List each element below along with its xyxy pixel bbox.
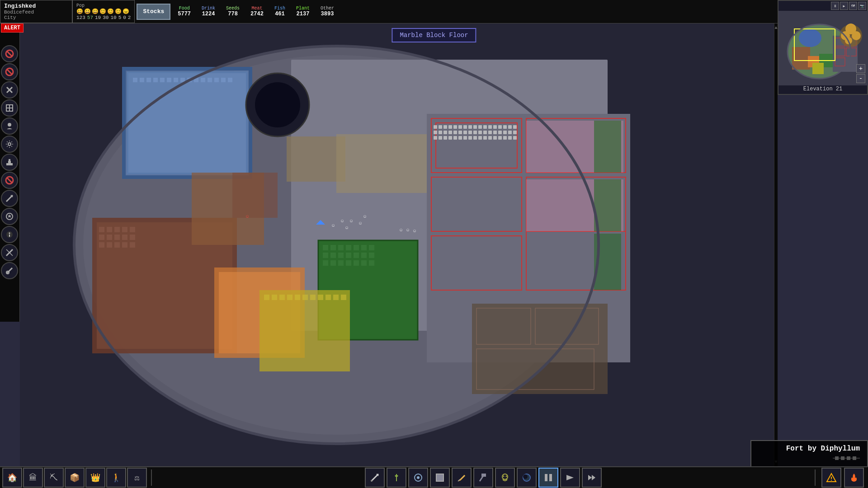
minimap-btn-pause[interactable]: ⏸ [831, 2, 839, 10]
pop-val-8: 2 [128, 15, 131, 20]
svg-rect-33 [107, 235, 112, 240]
sidebar-icon-3[interactable] [1, 99, 18, 117]
svg-rect-126 [463, 136, 467, 140]
toolbar-build-btn[interactable] [473, 468, 493, 488]
sidebar-icon-4[interactable] [1, 117, 18, 135]
toolbar-more-btn[interactable] [560, 468, 580, 488]
svg-rect-5 [128, 73, 246, 173]
svg-rect-105 [443, 131, 447, 134]
toolbar-draw-btn[interactable] [452, 468, 472, 488]
toolbar-stocks-btn[interactable]: 📦 [65, 468, 85, 488]
zoom-out-button[interactable]: - [856, 74, 865, 83]
svg-rect-118 [508, 131, 512, 134]
sidebar-icon-11[interactable] [1, 244, 18, 261]
zoom-in-button[interactable]: + [856, 64, 865, 73]
food-label: Food [179, 6, 190, 11]
svg-rect-127 [468, 136, 472, 140]
minimap-btn-play[interactable]: ▶ [840, 2, 848, 10]
toolbar-speed-btn[interactable] [582, 468, 602, 488]
svg-rect-125 [458, 136, 462, 140]
toolbar-mining-btn[interactable]: ⛏ [44, 468, 64, 488]
fort-name: Ingishked [4, 3, 68, 9]
map-area[interactable]: ☺ ☺ ☺ ☺ ☺ ☺ ☺ ☺ ☺ ☺ [20, 23, 778, 466]
svg-rect-38 [107, 242, 112, 248]
svg-rect-53 [330, 253, 336, 258]
svg-rect-119 [513, 131, 517, 134]
bottom-toolbar: 🏠 🏛 ⛏ 📦 👑 🚶 ⚖ [0, 466, 868, 488]
toolbar-home-btn[interactable]: 🏠 [2, 468, 22, 488]
plant-value: 2137 [297, 11, 310, 17]
toolbar-schedule-btn[interactable] [517, 468, 537, 488]
toolbar-zone-btn[interactable] [408, 468, 428, 488]
sidebar-icon-9[interactable] [1, 208, 18, 225]
resource-section: Food 5777 Drink 1224 Seeds 778 Meat 2742… [172, 0, 805, 23]
svg-rect-55 [346, 253, 351, 258]
toolbar-dig-btn[interactable] [365, 468, 385, 488]
minimap-canvas[interactable] [778, 11, 868, 85]
toolbar-fire-btn[interactable] [844, 468, 864, 488]
minimap-btn-map[interactable]: 🗺 [849, 2, 857, 10]
svg-rect-35 [122, 235, 127, 240]
svg-rect-89 [448, 125, 452, 129]
toolbar-room-btn[interactable] [430, 468, 450, 488]
minimap-btn-camera[interactable]: 📷 [858, 2, 866, 10]
svg-rect-17 [208, 78, 212, 82]
tooltip: Marble Block Floor [392, 28, 476, 42]
pop-val-3: 19 [95, 15, 101, 20]
svg-rect-114 [488, 131, 492, 134]
seeds-label: Seeds [226, 6, 240, 11]
stocks-button[interactable]: Stocks [137, 4, 170, 20]
sidebar-icon-2[interactable] [1, 81, 18, 99]
svg-rect-122 [443, 136, 447, 140]
svg-rect-8 [146, 78, 151, 82]
pop-val-4: 30 [103, 15, 108, 20]
svg-point-190 [799, 29, 821, 47]
food-col: Food 5777 [176, 0, 193, 23]
svg-rect-75 [326, 295, 331, 300]
svg-text:☺: ☺ [341, 219, 344, 224]
svg-rect-51 [369, 245, 374, 250]
svg-rect-93 [468, 125, 472, 129]
toolbar-buildings-btn[interactable]: 🏛 [23, 468, 43, 488]
svg-rect-11 [167, 78, 171, 82]
sidebar-icon-10[interactable] [1, 226, 18, 243]
svg-rect-36 [130, 235, 135, 240]
sidebar-icon-0[interactable] [1, 45, 18, 62]
svg-rect-34 [114, 235, 120, 240]
toolbar-farm-btn[interactable] [387, 468, 406, 488]
sidebar-icon-5[interactable] [1, 136, 18, 153]
toolbar-orders-btn[interactable] [495, 468, 515, 488]
svg-rect-233 [841, 456, 844, 460]
sidebar-icon-6[interactable] [1, 154, 18, 171]
sidebar-icon-8[interactable] [1, 190, 18, 207]
toolbar-alert-btn[interactable] [821, 468, 841, 488]
sidebar-icon-12[interactable] [1, 262, 18, 279]
fort-credit-text: Fort by Diphyllum [786, 445, 860, 453]
toolbar-pause-btn[interactable] [538, 468, 558, 488]
svg-rect-107 [453, 131, 457, 134]
toolbar-units-btn[interactable]: 🚶 [106, 468, 126, 488]
svg-rect-134 [503, 136, 507, 140]
toolbar-justice-btn[interactable]: ⚖ [127, 468, 147, 488]
alert-badge[interactable]: ALERT [1, 23, 24, 33]
svg-rect-224 [549, 474, 552, 481]
toolbar-nobles-btn[interactable]: 👑 [85, 468, 105, 488]
svg-rect-60 [330, 260, 336, 266]
svg-point-24 [255, 82, 300, 127]
svg-rect-143 [232, 173, 278, 218]
sidebar-icon-7[interactable] [1, 172, 18, 189]
svg-marker-225 [566, 475, 574, 480]
meat-label: Meat [252, 6, 263, 11]
minimap-icons-bar: ⏸ ▶ 🗺 📷 [831, 2, 866, 10]
sidebar-icon-1[interactable] [1, 63, 18, 80]
svg-rect-28 [107, 227, 112, 232]
svg-point-210 [371, 480, 373, 482]
svg-rect-128 [473, 136, 477, 140]
svg-rect-92 [463, 125, 467, 129]
svg-rect-173 [6, 163, 13, 165]
svg-rect-183 [9, 235, 10, 237]
svg-rect-96 [483, 125, 487, 129]
svg-rect-103 [434, 131, 437, 134]
svg-rect-108 [458, 131, 462, 134]
fort-credit: Fort by Diphyllum [750, 440, 868, 466]
